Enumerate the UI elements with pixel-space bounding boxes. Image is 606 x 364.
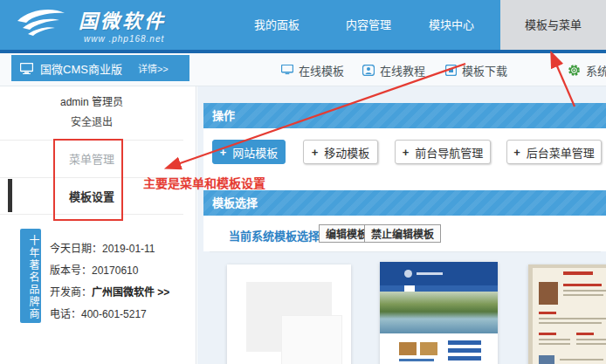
link-online-tutorials[interactable]: 在线教程 — [362, 53, 425, 86]
link-system[interactable]: 系统 — [568, 53, 606, 86]
template-select-panel: 当前系统模板选择 编辑模板 禁止编辑模板 — [203, 216, 606, 251]
developer-link[interactable]: 广州国微软件 >> — [92, 286, 169, 299]
link-label: 系统 — [586, 62, 606, 79]
website-template-button[interactable]: + 网站模板 — [212, 140, 286, 164]
forbid-edit-template-button[interactable]: 禁止编辑模板 — [364, 224, 441, 243]
link-online-templates[interactable]: 在线模板 — [281, 53, 344, 86]
logo: 国微软件 www .php168.net — [14, 5, 166, 44]
frontend-nav-manage-button[interactable]: + 前台导航管理 — [395, 140, 491, 164]
plus-icon: + — [220, 146, 227, 159]
plus-icon: + — [312, 146, 319, 159]
mobile-template-button[interactable]: + 移动模板 — [303, 140, 378, 164]
logo-title: 国微软件 — [79, 5, 166, 33]
file-icon — [445, 65, 457, 76]
info-row-developer: 开发商：广州国微软件 >> — [50, 284, 169, 299]
logout-link[interactable]: 安全退出 — [0, 113, 183, 128]
annotation-note: 主要是菜单和模板设置 — [143, 174, 265, 191]
nav-tab-content-manage[interactable]: 内容管理 — [338, 0, 399, 50]
monitor-icon — [281, 65, 293, 75]
page: 国微软件 www .php168.net 我的面板 内容管理 模块中心 模板与菜… — [0, 0, 606, 364]
section-header-template-select: 模板选择 — [203, 190, 606, 216]
template-thumbnail-university[interactable] — [380, 262, 498, 364]
active-item-indicator — [8, 179, 12, 212]
monitor-icon — [20, 63, 33, 74]
gear-icon — [568, 64, 581, 77]
product-chip-label: 国微CMS商业版 — [40, 60, 122, 77]
current-template-label: 当前系统模板选择 — [229, 227, 320, 244]
link-label: 在线教程 — [380, 62, 425, 79]
brand-badge: 十年著名品牌商 — [20, 229, 41, 323]
username: admin 管理员 — [0, 93, 183, 108]
section-header-operations: 操作 — [203, 103, 606, 128]
top-header: 国微软件 www .php168.net 我的面板 内容管理 模块中心 模板与菜… — [0, 0, 606, 50]
product-details-link[interactable]: 详情>> — [138, 61, 169, 75]
sidebar: admin 管理员 安全退出 菜单管理 模板设置 十年著名品牌商 今天日期：20… — [0, 86, 196, 364]
link-template-download[interactable]: 模板下载 — [445, 53, 507, 86]
nav-tab-templates-menu[interactable]: 模板与菜单 — [500, 0, 606, 53]
plus-icon: + — [513, 146, 520, 159]
subheader-bar: 国微CMS商业版 详情>> 在线模板 在线教程 — [0, 53, 606, 86]
info-row-date: 今天日期：2019-01-11 — [50, 240, 155, 255]
divider — [210, 251, 601, 252]
main-content: 操作 + 网站模板 + 移动模板 + 前台导航管理 + 后台菜单管理 模板选择 … — [197, 86, 606, 364]
logo-swoosh-icon — [14, 5, 72, 44]
plus-icon: + — [403, 146, 410, 159]
info-row-phone: 电话：400-601-5217 — [50, 306, 147, 320]
nav-tab-module-center[interactable]: 模块中心 — [421, 0, 482, 50]
template-thumbnail-blank[interactable] — [227, 264, 351, 364]
product-chip[interactable]: 国微CMS商业版 详情>> — [11, 55, 189, 81]
link-label: 模板下载 — [462, 62, 507, 79]
info-row-version: 版本号：20170610 — [50, 262, 138, 277]
template-thumbnail-news[interactable] — [528, 264, 606, 364]
user-icon — [362, 65, 375, 76]
backend-menu-manage-button[interactable]: + 后台菜单管理 — [506, 140, 602, 164]
sidebar-item-menu-manage[interactable]: 菜单管理 — [0, 140, 183, 177]
link-label: 在线模板 — [299, 62, 344, 79]
nav-tab-my-panel[interactable]: 我的面板 — [246, 0, 307, 50]
logo-subtitle: www .php168.net — [84, 34, 166, 44]
